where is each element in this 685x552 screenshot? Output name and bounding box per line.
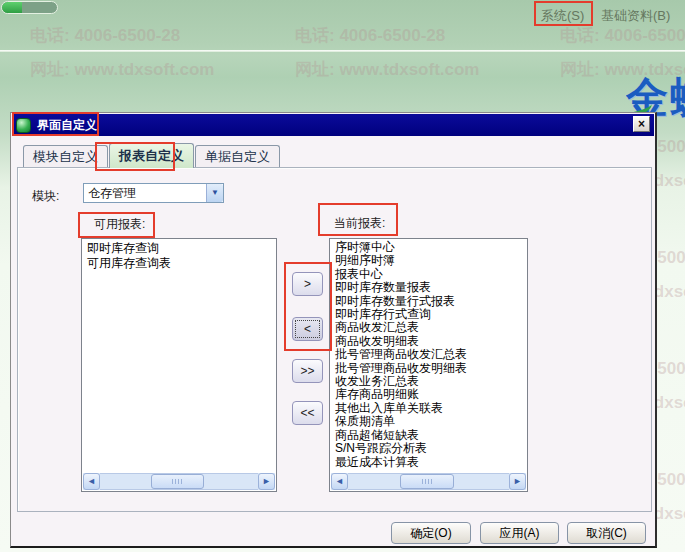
apply-button[interactable]: 应用(A) xyxy=(480,522,559,544)
scrollbar-grip xyxy=(422,479,432,484)
chevron-down-icon[interactable]: ▼ xyxy=(206,184,223,202)
available-reports-label: 可用报表: xyxy=(94,216,145,233)
dialog-title: 界面自定义 xyxy=(37,117,97,134)
list-item[interactable]: 报表中心 xyxy=(335,268,527,281)
dialog-icon xyxy=(16,118,31,133)
tab-report-customize[interactable]: 报表自定义 xyxy=(109,143,194,168)
list-item[interactable]: 明细序时簿 xyxy=(335,254,527,267)
scroll-right-icon[interactable]: ► xyxy=(258,473,275,490)
list-item[interactable]: 收发业务汇总表 xyxy=(335,375,527,388)
scrollbar-track[interactable] xyxy=(100,473,258,490)
dialog-titlebar[interactable]: 界面自定义 xyxy=(12,114,654,136)
watermark-text: 网址: www.tdxsoft.com xyxy=(295,58,480,81)
watermark-text: 电话: 4006-6500-28 xyxy=(30,24,180,47)
list-item[interactable]: 批号管理商品收发汇总表 xyxy=(335,348,527,361)
progress-pill-fill xyxy=(2,2,22,13)
horizontal-scrollbar[interactable]: ◄ ► xyxy=(331,473,526,490)
progress-pill xyxy=(1,1,58,14)
list-item[interactable]: S/N号跟踪分析表 xyxy=(335,442,527,455)
list-item[interactable]: 即时库存查询 xyxy=(87,241,276,256)
module-select[interactable]: 仓存管理 ▼ xyxy=(83,183,224,203)
list-item[interactable]: 即时库存数量行式报表 xyxy=(335,295,527,308)
list-item[interactable]: 商品收发明细表 xyxy=(335,335,527,348)
cancel-button[interactable]: 取消(C) xyxy=(567,522,646,544)
tab-module-customize[interactable]: 模块自定义 xyxy=(23,145,108,168)
scroll-left-icon[interactable]: ◄ xyxy=(83,473,100,490)
list-item[interactable]: 其他出入库单关联表 xyxy=(335,402,527,415)
current-reports-label: 当前报表: xyxy=(334,215,385,232)
watermark-text: 网址: www.tdxsoft.com xyxy=(30,58,215,81)
list-item[interactable]: 商品收发汇总表 xyxy=(335,321,527,334)
application-window: 系统(S) 基础资料(B) 电话: 4006-6500-28网址: www.td… xyxy=(0,0,685,552)
scroll-left-icon[interactable]: ◄ xyxy=(331,473,348,490)
menu-divider xyxy=(0,50,685,52)
scrollbar-thumb[interactable] xyxy=(400,474,455,489)
available-reports-list[interactable]: 即时库存查询可用库存查询表 ◄ ► xyxy=(81,238,277,492)
list-item[interactable]: 即时库存数量报表 xyxy=(335,281,527,294)
scrollbar-grip xyxy=(172,479,182,484)
move-right-button[interactable]: > xyxy=(292,272,323,296)
scroll-right-icon[interactable]: ► xyxy=(509,473,526,490)
list-item[interactable]: 即时库存行式查询 xyxy=(335,308,527,321)
menu-base-data[interactable]: 基础资料(B) xyxy=(601,7,670,25)
module-select-value: 仓存管理 xyxy=(84,185,206,202)
list-item[interactable]: 批号管理商品收发明细表 xyxy=(335,362,527,375)
list-item[interactable]: 商品超储短缺表 xyxy=(335,429,527,442)
list-item[interactable]: 库存商品明细账 xyxy=(335,388,527,401)
list-item[interactable]: 可用库存查询表 xyxy=(87,256,276,271)
interface-customize-dialog: 界面自定义 × 模块自定义 报表自定义 单据自定义 模块: 仓存管理 ▼ 可用报… xyxy=(10,112,657,548)
scrollbar-track[interactable] xyxy=(348,473,509,490)
module-label: 模块: xyxy=(32,188,59,205)
move-all-right-button[interactable]: >> xyxy=(292,359,323,383)
list-item[interactable]: 序时簿中心 xyxy=(335,241,527,254)
current-reports-list[interactable]: 序时簿中心明细序时簿报表中心即时库存数量报表即时库存数量行式报表即时库存行式查询… xyxy=(329,238,528,492)
tab-voucher-customize[interactable]: 单据自定义 xyxy=(195,145,280,168)
move-left-button[interactable]: < xyxy=(292,317,323,341)
watermark-text: 电话: 4006-6500-28 xyxy=(295,24,445,47)
move-all-left-button[interactable]: << xyxy=(292,401,323,425)
watermark-text: 电话: 4006-6500-28 xyxy=(560,24,685,47)
close-icon[interactable]: × xyxy=(633,116,650,132)
menu-system[interactable]: 系统(S) xyxy=(541,7,584,25)
horizontal-scrollbar[interactable]: ◄ ► xyxy=(83,473,275,490)
ok-button[interactable]: 确定(O) xyxy=(391,522,471,544)
scrollbar-thumb[interactable] xyxy=(151,474,205,489)
list-item[interactable]: 最近成本计算表 xyxy=(335,456,527,469)
list-item[interactable]: 保质期清单 xyxy=(335,415,527,428)
tab-strip: 模块自定义 报表自定义 单据自定义 xyxy=(23,145,281,168)
